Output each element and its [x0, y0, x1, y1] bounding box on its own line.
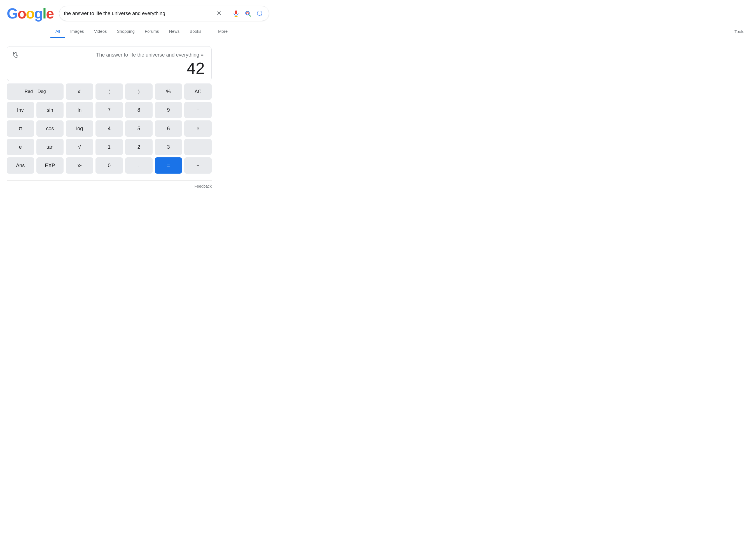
sqrt-button[interactable]: √ [66, 139, 93, 155]
ans-button[interactable]: Ans [7, 157, 34, 174]
7-button[interactable]: 7 [96, 102, 123, 118]
equals-button[interactable]: = [155, 157, 182, 174]
0-button[interactable]: 0 [96, 157, 123, 174]
ln-button[interactable]: ln [66, 102, 93, 118]
tab-books[interactable]: Books [185, 25, 206, 38]
history-icon[interactable] [13, 52, 19, 60]
subtract-button[interactable]: − [184, 139, 212, 155]
1-button[interactable]: 1 [96, 139, 123, 155]
search-bar-divider [227, 10, 227, 17]
add-button[interactable]: + [184, 157, 212, 174]
clear-search-icon[interactable]: ✕ [215, 10, 222, 17]
logo-letter-G: G [7, 5, 17, 22]
logo-letter-l: l [43, 5, 46, 22]
tools-button[interactable]: Tools [729, 26, 749, 37]
tan-button[interactable]: tan [36, 139, 64, 155]
pi-button[interactable]: π [7, 120, 34, 137]
rad-deg-button[interactable]: Rad Deg [7, 83, 64, 100]
tab-videos[interactable]: Videos [89, 25, 112, 38]
2-button[interactable]: 2 [125, 139, 153, 155]
inv-button[interactable]: Inv [7, 102, 34, 118]
5-button[interactable]: 5 [125, 120, 153, 137]
8-button[interactable]: 8 [125, 102, 153, 118]
tab-shopping[interactable]: Shopping [112, 25, 140, 38]
sin-button[interactable]: sin [36, 102, 64, 118]
logo-letter-e: e [46, 5, 54, 22]
log-button[interactable]: log [66, 120, 93, 137]
multiply-button[interactable]: × [184, 120, 212, 137]
factorial-button[interactable]: x! [66, 83, 93, 100]
tab-images[interactable]: Images [65, 25, 89, 38]
logo-letter-g: g [34, 5, 43, 22]
open-paren-button[interactable]: ( [96, 83, 123, 100]
calc-expression: The answer to life the universe and ever… [14, 52, 205, 58]
calculator-buttons: Rad Deg x! ( ) % AC Inv sin ln 7 8 9 ÷ π… [7, 83, 212, 174]
voice-search-icon[interactable] [232, 9, 240, 18]
logo-letter-o2: o [26, 5, 34, 22]
cos-button[interactable]: cos [36, 120, 64, 137]
tab-news[interactable]: News [164, 25, 185, 38]
calculator-widget: The answer to life the universe and ever… [0, 38, 218, 192]
calc-result: 42 [14, 60, 205, 76]
calculator-display: The answer to life the universe and ever… [7, 46, 212, 81]
9-button[interactable]: 9 [155, 102, 182, 118]
svg-point-4 [247, 12, 249, 14]
3-button[interactable]: 3 [155, 139, 182, 155]
e-button[interactable]: e [7, 139, 34, 155]
logo-letter-o1: o [17, 5, 26, 22]
image-search-icon[interactable] [243, 9, 252, 18]
exp-button[interactable]: EXP [36, 157, 64, 174]
more-label: More [218, 29, 228, 34]
svg-rect-0 [235, 10, 237, 14]
dot-button[interactable]: . [125, 157, 153, 174]
feedback-bar: Feedback [7, 180, 212, 192]
power-button[interactable]: xy [66, 157, 93, 174]
google-logo[interactable]: Google [7, 5, 54, 22]
ac-button[interactable]: AC [184, 83, 212, 100]
search-bar: ✕ [59, 6, 269, 21]
feedback-link[interactable]: Feedback [194, 184, 212, 189]
tab-all[interactable]: All [50, 25, 65, 38]
search-input[interactable] [64, 11, 212, 17]
tab-forums[interactable]: Forums [140, 25, 164, 38]
6-button[interactable]: 6 [155, 120, 182, 137]
4-button[interactable]: 4 [96, 120, 123, 137]
close-paren-button[interactable]: ) [125, 83, 153, 100]
search-button[interactable] [255, 9, 264, 18]
percent-button[interactable]: % [155, 83, 182, 100]
more-dots-icon: ⋮ [211, 28, 217, 34]
header: Google ✕ [0, 0, 756, 22]
tab-more[interactable]: ⋮ More [206, 25, 233, 38]
divide-button[interactable]: ÷ [184, 102, 212, 118]
nav-tabs: All Images Videos Shopping Forums News B… [0, 22, 756, 38]
